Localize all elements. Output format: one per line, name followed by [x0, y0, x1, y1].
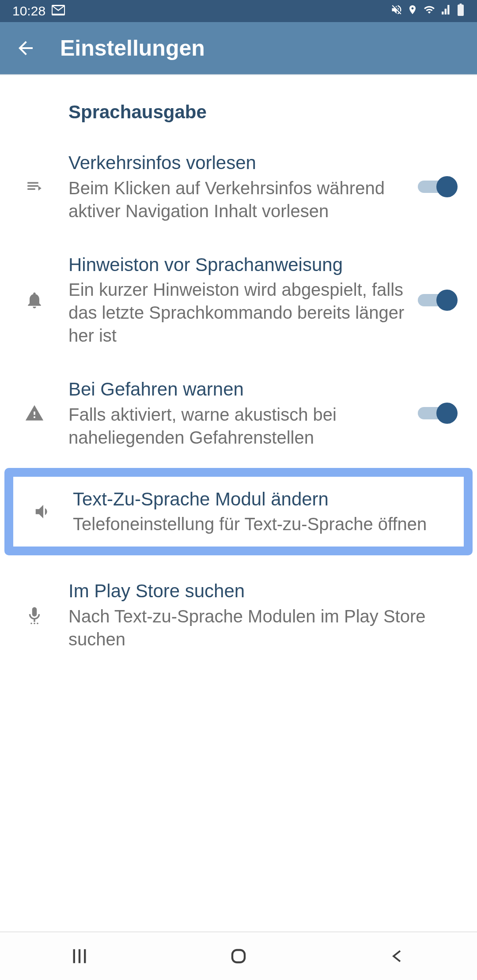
bell-icon: [0, 290, 68, 310]
nav-recents[interactable]: [35, 947, 124, 965]
setting-title: Text-Zu-Sprache Modul ändern: [73, 488, 450, 511]
page-title: Einstellungen: [60, 35, 205, 61]
status-time: 10:28: [12, 4, 45, 19]
setting-title: Hinweiston vor Sprachanweisung: [68, 253, 406, 277]
setting-tts-module[interactable]: Text-Zu-Sprache Modul ändern Telefoneins…: [13, 477, 464, 547]
setting-alert-tone[interactable]: Hinweiston vor Sprachanweisung Ein kurze…: [0, 238, 477, 363]
svg-point-0: [30, 623, 32, 625]
setting-title: Verkehrsinfos vorlesen: [68, 151, 406, 175]
back-button[interactable]: [13, 36, 38, 60]
mute-icon: [390, 4, 403, 19]
setting-danger-warn[interactable]: Bei Gefahren warnen Falls aktiviert, war…: [0, 362, 477, 464]
setting-traffic-read[interactable]: Verkehrsinfos vorlesen Beim Klicken auf …: [0, 136, 477, 238]
setting-play-store[interactable]: Im Play Store suchen Nach Text-zu-Sprach…: [0, 564, 477, 666]
svg-rect-3: [232, 950, 245, 962]
toggle-alert-tone[interactable]: [415, 288, 459, 313]
nav-home[interactable]: [194, 947, 283, 965]
setting-desc: Falls aktiviert, warne akus­tisch bei na…: [68, 403, 406, 449]
setting-desc: Beim Klicken auf Verkehrs­infos während …: [68, 177, 406, 222]
app-bar: Einstellungen: [0, 22, 477, 75]
battery-icon: [457, 4, 465, 19]
navigation-bar: [0, 931, 477, 980]
mail-icon: [52, 4, 65, 19]
svg-point-2: [37, 623, 38, 625]
setting-desc: Telefoneinstellung für Text-zu-Sprache ö…: [73, 513, 450, 535]
section-header: Sprachausgabe: [0, 75, 477, 136]
playlist-icon: [0, 177, 68, 196]
status-bar: 10:28: [0, 0, 477, 22]
settings-content: Sprachausgabe Verkehrsinfos vorlesen Bei…: [0, 75, 477, 666]
signal-icon: [441, 4, 452, 19]
setting-desc: Ein kurzer Hinweiston wird abgespielt, f…: [68, 278, 406, 347]
svg-point-1: [34, 623, 35, 625]
setting-title: Bei Gefahren warnen: [68, 378, 406, 401]
toggle-danger[interactable]: [415, 401, 459, 426]
microphone-icon: [0, 604, 68, 626]
volume-icon: [13, 501, 73, 522]
highlighted-setting: Text-Zu-Sprache Modul ändern Telefoneins…: [4, 468, 473, 556]
nav-back[interactable]: [353, 947, 442, 965]
setting-desc: Nach Text-zu-Sprache Modulen im Play Sto…: [68, 605, 455, 651]
warning-icon: [0, 403, 68, 423]
setting-title: Im Play Store suchen: [68, 580, 455, 603]
wifi-icon: [422, 4, 436, 19]
location-icon: [407, 4, 418, 19]
toggle-traffic[interactable]: [415, 174, 459, 199]
